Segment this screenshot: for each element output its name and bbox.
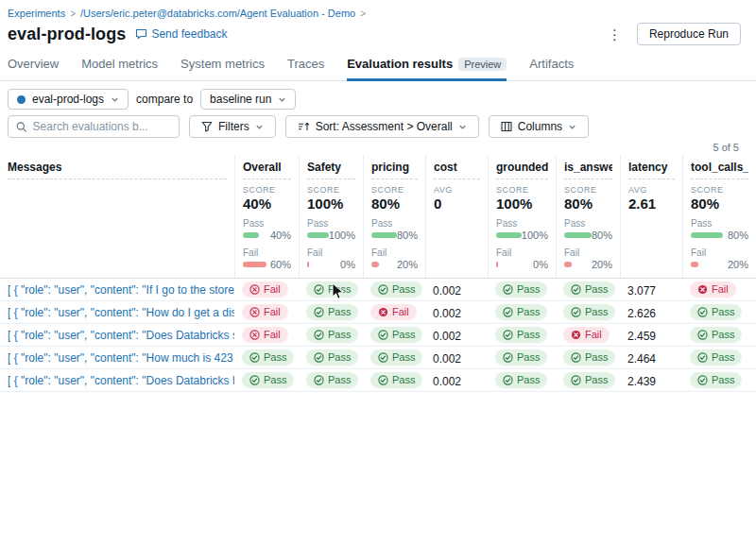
pass-badge[interactable]: Pass xyxy=(563,281,615,298)
filters-button[interactable]: Filters xyxy=(189,115,276,138)
column-title[interactable]: grounded_in_t... xyxy=(496,159,548,179)
pass-badge[interactable]: Pass xyxy=(690,349,742,366)
message-cell[interactable]: [ { "role": "user", "content": "Does Dat… xyxy=(0,374,234,387)
fail-bar-label: Fail xyxy=(691,247,748,258)
column-title[interactable]: Safety xyxy=(307,159,355,179)
breadcrumb-experiments[interactable]: Experiments xyxy=(8,8,65,19)
search-box[interactable] xyxy=(8,115,180,138)
pass-distribution: Pass80% xyxy=(691,218,748,241)
fail-bar-label: Fail xyxy=(307,247,355,258)
pass-badge[interactable]: Pass xyxy=(563,304,615,320)
fail-badge[interactable]: Fail xyxy=(690,281,736,298)
tab-model-metrics[interactable]: Model metrics xyxy=(81,55,158,81)
pass-badge[interactable]: Pass xyxy=(690,372,742,388)
badge-label: Pass xyxy=(517,283,540,295)
fail-bar-label: Fail xyxy=(564,247,612,258)
metric-value-cell: 0.002 xyxy=(425,349,488,366)
sort-label: Sort: Assessment > Overall xyxy=(316,120,453,133)
pass-badge[interactable]: Pass xyxy=(370,281,422,298)
pass-badge[interactable]: Pass xyxy=(306,327,358,343)
assessment-cell: Pass xyxy=(682,327,756,344)
page-header: Experiments > /Users/eric.peter@databric… xyxy=(0,0,756,45)
pass-badge[interactable]: Pass xyxy=(495,327,547,343)
pass-badge[interactable]: Pass xyxy=(306,372,358,388)
badge-label: Pass xyxy=(585,283,608,295)
pass-badge[interactable]: Pass xyxy=(370,327,422,343)
chevron-down-icon xyxy=(255,123,264,131)
fail-bar xyxy=(564,262,572,267)
fail-distribution: Fail0% xyxy=(307,247,355,270)
pass-badge[interactable]: Pass xyxy=(242,372,294,388)
column-title-messages[interactable]: Messages xyxy=(8,159,227,179)
message-cell[interactable]: [ { "role": "user", "content": "How do I… xyxy=(0,306,234,319)
chevron-down-icon xyxy=(568,123,576,131)
fail-badge[interactable]: Fail xyxy=(370,304,417,320)
send-feedback-link[interactable]: Send feedback xyxy=(135,27,227,41)
column-header-safety: SafetySCORE100%Pass100%Fail0% xyxy=(299,155,363,278)
fail-badge[interactable]: Fail xyxy=(242,304,288,320)
pass-badge[interactable]: Pass xyxy=(563,349,615,366)
table-row[interactable]: [ { "role": "user", "content": "If I go … xyxy=(0,279,756,301)
tab-traces[interactable]: Traces xyxy=(287,55,324,81)
column-title[interactable]: latency xyxy=(628,159,675,179)
table-row[interactable]: [ { "role": "user", "content": "How much… xyxy=(0,347,756,369)
fail-badge[interactable]: Fail xyxy=(242,281,288,298)
pass-check-icon xyxy=(503,330,513,340)
pass-badge[interactable]: Pass xyxy=(242,349,294,366)
pass-check-icon xyxy=(503,352,513,363)
pass-badge[interactable]: Pass xyxy=(495,281,547,298)
columns-button[interactable]: Columns xyxy=(489,115,589,138)
pass-badge[interactable]: Pass xyxy=(495,349,547,366)
breadcrumb-experiment-path[interactable]: /Users/eric.peter@databricks.com/Agent E… xyxy=(80,8,355,19)
fail-percentage: 20% xyxy=(397,259,418,270)
tab-artifacts[interactable]: Artifacts xyxy=(529,55,574,81)
pass-check-icon xyxy=(503,375,513,385)
baseline-run-selector[interactable]: baseline run xyxy=(200,89,296,110)
fail-bar-label: Fail xyxy=(243,247,291,258)
pass-bar-label: Pass xyxy=(371,218,418,229)
pass-badge[interactable]: Pass xyxy=(370,349,422,366)
message-cell[interactable]: [ { "role": "user", "content": "How much… xyxy=(0,351,234,365)
tab-system-metrics[interactable]: System metrics xyxy=(180,55,265,81)
column-title[interactable]: cost xyxy=(434,159,480,179)
pass-badge[interactable]: Pass xyxy=(306,349,358,366)
tab-overview[interactable]: Overview xyxy=(8,55,59,81)
table-row[interactable]: [ { "role": "user", "content": "How do I… xyxy=(0,301,756,324)
table-row[interactable]: [ { "role": "user", "content": "Does Dat… xyxy=(0,369,756,392)
pass-distribution: Pass100% xyxy=(496,218,548,241)
metric-value-cell: 0.002 xyxy=(425,281,488,298)
reproduce-run-button[interactable]: Reproduce Run xyxy=(637,23,741,45)
fail-badge[interactable]: Fail xyxy=(563,327,610,343)
pass-badge[interactable]: Pass xyxy=(495,372,547,388)
table-row[interactable]: [ { "role": "user", "content": "Does Dat… xyxy=(0,324,756,347)
pass-check-icon xyxy=(314,284,324,295)
search-input[interactable] xyxy=(33,120,171,133)
pass-badge[interactable]: Pass xyxy=(690,304,742,320)
pass-badge[interactable]: Pass xyxy=(563,372,615,388)
pass-badge[interactable]: Pass xyxy=(690,327,742,343)
badge-label: Pass xyxy=(517,306,540,317)
pass-badge[interactable]: Pass xyxy=(370,372,422,388)
pass-badge[interactable]: Pass xyxy=(306,304,358,320)
message-cell[interactable]: [ { "role": "user", "content": "If I go … xyxy=(0,283,234,297)
pass-badge[interactable]: Pass xyxy=(495,304,547,320)
badge-label: Fail xyxy=(712,283,729,295)
run-selector[interactable]: eval-prod-logs xyxy=(8,89,129,110)
pass-badge[interactable]: Pass xyxy=(306,281,358,298)
column-title[interactable]: is_answer_rel... xyxy=(564,159,612,179)
message-cell[interactable]: [ { "role": "user", "content": "Does Dat… xyxy=(0,329,234,342)
sort-button[interactable]: Sort: Assessment > Overall xyxy=(285,115,479,138)
tab-evaluation-results[interactable]: Evaluation resultsPreview xyxy=(347,55,507,81)
column-stat-label: SCORE xyxy=(691,185,748,195)
metric-value: 0.002 xyxy=(433,352,461,366)
badge-label: Fail xyxy=(585,329,602,340)
fail-badge[interactable]: Fail xyxy=(242,327,288,343)
column-title[interactable]: Overall xyxy=(243,159,291,179)
pass-check-icon xyxy=(378,284,388,295)
badge-label: Pass xyxy=(392,329,415,340)
pass-check-icon xyxy=(378,352,388,363)
breadcrumb: Experiments > /Users/eric.peter@databric… xyxy=(8,8,741,19)
column-title[interactable]: tool_calls_are... xyxy=(691,159,748,179)
overflow-menu-icon[interactable]: ⋮ xyxy=(604,26,626,43)
column-title[interactable]: pricing xyxy=(371,159,418,179)
